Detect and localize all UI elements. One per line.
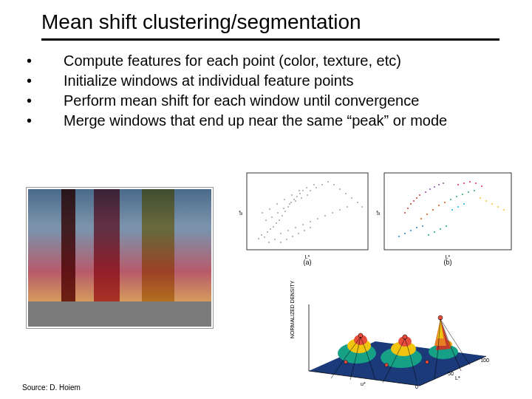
svg-point-70 [434,186,435,188]
svg-point-47 [280,242,281,242]
svg-point-40 [317,218,318,219]
svg-point-38 [302,224,303,225]
svg-point-29 [333,184,334,185]
svg-point-35 [280,233,281,233]
list-item: • Merge windows that end up near the sam… [22,111,510,131]
title-rule [41,38,499,41]
bullet-icon: • [22,111,64,131]
svg-point-122 [426,361,429,364]
svg-point-18 [271,216,272,217]
svg-point-19 [277,212,278,213]
svg-point-120 [344,361,348,364]
svg-point-17 [265,219,266,220]
svg-point-6 [273,226,273,227]
density-surface-plot: L* u* NORMALIZED DENSITY 0 50 100 [279,267,501,389]
svg-point-13 [293,199,294,200]
svg-point-81 [468,191,469,193]
svg-point-23 [301,197,301,198]
svg-point-90 [491,203,493,205]
svg-point-2 [261,234,262,235]
svg-point-44 [347,206,347,207]
svg-point-88 [480,197,481,199]
svg-point-3 [264,236,265,237]
svg-point-12 [290,202,291,202]
svg-point-22 [295,200,296,201]
svg-point-27 [321,184,322,185]
svg-point-69 [429,188,431,190]
svg-point-5 [270,228,270,229]
list-item: • Initialize windows at individual featu… [22,71,510,91]
svg-point-85 [469,181,471,183]
svg-point-46 [274,239,275,239]
svg-point-98 [428,234,429,236]
svg-point-121 [385,364,389,367]
svg-point-43 [339,209,340,210]
svg-point-56 [284,199,284,200]
surface-xtick-0: 0 [415,384,418,389]
svg-point-68 [425,191,426,193]
svg-point-57 [291,194,292,195]
svg-point-37 [295,227,296,228]
svg-point-9 [282,215,282,216]
svg-point-91 [497,206,499,208]
svg-point-33 [357,202,358,202]
scatter-plots: L* u* (a) [236,168,517,266]
svg-point-21 [289,203,290,204]
svg-point-25 [310,190,310,191]
bullet-text: Compute features for each point (color, … [64,51,510,71]
svg-point-80 [462,194,463,195]
svg-point-34 [361,206,362,207]
svg-point-7 [276,222,276,223]
svg-point-20 [283,208,284,208]
svg-point-36 [287,230,288,231]
svg-point-15 [299,193,300,194]
svg-rect-0 [247,173,368,250]
source-credit: Source: D. Hoiem [22,383,81,392]
svg-point-4 [267,231,267,232]
svg-point-52 [310,227,310,228]
svg-point-82 [474,190,475,191]
svg-point-54 [269,208,270,209]
surface-zlabel: NORMALIZED DENSITY [290,280,295,338]
svg-point-31 [345,193,346,194]
svg-point-48 [286,239,287,239]
surface-ylabel: u* [361,381,366,386]
svg-point-83 [457,184,459,185]
svg-point-62 [404,212,406,214]
svg-rect-61 [384,173,511,250]
bullet-text: Merge windows that end up near the same … [64,111,510,131]
svg-point-94 [404,233,406,234]
svg-point-92 [503,209,505,211]
svg-point-30 [339,188,340,189]
svg-point-45 [268,242,269,242]
input-photo [27,188,213,328]
svg-point-84 [463,183,465,184]
svg-point-96 [416,227,417,228]
surface-xtick-100: 100 [480,358,489,363]
svg-point-104 [463,203,465,205]
svg-point-86 [475,183,477,184]
svg-point-59 [306,187,307,188]
svg-point-24 [307,194,307,195]
bullet-list: • Compute features for each point (color… [0,48,532,131]
svg-point-75 [432,209,434,211]
svg-point-50 [298,233,299,233]
svg-point-16 [302,190,303,191]
svg-point-8 [279,219,279,220]
scatter-a-ylabel: u* [238,210,243,215]
svg-point-58 [299,190,299,191]
svg-point-49 [292,236,293,236]
bullet-text: Initialize windows at individual feature… [64,71,510,91]
svg-point-93 [398,236,400,237]
svg-point-97 [422,225,423,227]
surface-xlabel: L* [455,375,460,381]
svg-point-72 [443,183,444,184]
scatter-b-ylabel: u* [375,210,381,215]
svg-point-53 [262,212,262,213]
svg-point-100 [440,228,441,230]
svg-point-28 [327,181,328,182]
svg-point-10 [284,211,285,211]
svg-point-76 [438,205,440,206]
svg-point-74 [426,214,428,215]
svg-point-64 [410,203,412,205]
